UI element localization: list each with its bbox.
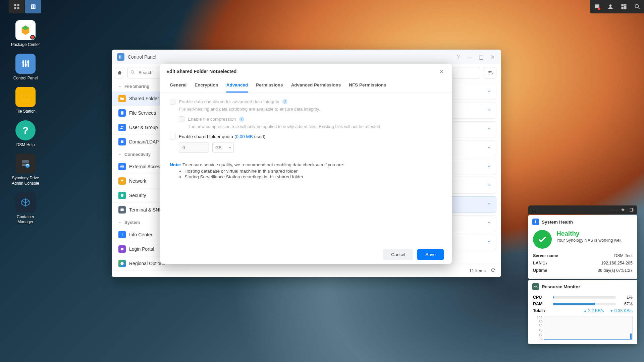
chart-y-tick: 40 (539, 328, 542, 332)
chart-y-tick: 60 (539, 324, 542, 328)
container-icon (20, 197, 31, 207)
chevron-down-icon (487, 201, 491, 207)
cancel-button[interactable]: Cancel (383, 249, 413, 260)
widgets-button[interactable] (617, 0, 631, 13)
dialog-tab-permissions[interactable]: Permissions (256, 79, 283, 93)
sidebar-section-label: Connectivity (124, 152, 151, 157)
search-icon (634, 3, 641, 10)
checksum-label: Enable data checksum for advanced data i… (179, 99, 279, 104)
dialog-tab-advanced[interactable]: Advanced (226, 79, 248, 93)
save-button[interactable]: Save (417, 249, 444, 260)
widgets-pin-button[interactable] (619, 206, 627, 214)
chevron-down-icon: ▾ (229, 146, 231, 149)
notifications-button[interactable] (590, 0, 604, 13)
cpu-label: CPU (533, 295, 550, 300)
ram-label: RAM (533, 302, 550, 306)
pin-icon (621, 207, 625, 212)
quota-used-suffix: used) (253, 134, 266, 139)
svg-rect-23 (119, 55, 120, 58)
widgets-minimize-button[interactable]: — (610, 206, 618, 214)
resource-mini-chart: 100806040200 (533, 316, 633, 340)
resource-monitor-widget: Resource Monitor CPU 1% RAM 67% Total ▾ … (528, 280, 637, 344)
desktop-icon-control-panel[interactable]: Control Panel (9, 54, 42, 81)
dialog-tab-advanced-permissions[interactable]: Advanced Permissions (291, 79, 341, 93)
window-titlebar[interactable]: Control Panel ? — ▢ ✕ (112, 50, 501, 64)
svg-line-13 (638, 8, 640, 9)
chart-y-tick: 100 (537, 316, 542, 320)
health-kv-row[interactable]: LAN 1▾192.168.254.205 (533, 259, 633, 267)
desktop-icon-file-station[interactable]: File Station (9, 87, 42, 114)
window-maximize-button[interactable]: ▢ (476, 52, 486, 62)
svg-rect-3 (17, 7, 19, 9)
desktop-icon-label: File Station (9, 109, 42, 114)
ram-value: 67% (619, 302, 633, 306)
show-desktop-button[interactable] (9, 0, 24, 13)
ram-row: RAM 67% (533, 301, 633, 307)
dialog-tab-nfs-permissions[interactable]: NFS Permissions (349, 79, 386, 93)
quota-checkbox[interactable] (170, 134, 175, 139)
window-help-button[interactable]: ? (453, 52, 463, 62)
edit-shared-folder-dialog: Edit Shared Folder NotSelected ✕ General… (160, 64, 452, 264)
network-row[interactable]: Total ▾ ▲ 2.2 KB/s ▼ 0.38 KB/s (533, 307, 633, 314)
sidebar-item-label: Network (129, 178, 146, 184)
kv-value: 36 day(s) 07:51:27 (598, 268, 633, 273)
widgets-add-button[interactable]: + (530, 206, 538, 214)
cpu-bar (553, 296, 616, 299)
user-menu-button[interactable] (604, 0, 617, 13)
desktop-icon-label: DSM Help (9, 142, 42, 148)
sidebar-item-label: External Access (129, 164, 163, 169)
search-button[interactable] (631, 0, 644, 13)
widgets-dock-button[interactable] (628, 206, 635, 214)
dock-icon (629, 207, 634, 212)
search-icon (130, 70, 136, 76)
sort-button[interactable] (484, 67, 496, 78)
svg-rect-15 (25, 60, 26, 67)
compression-label: Enable file compression (188, 117, 236, 122)
folder-icon (20, 91, 31, 103)
plus-icon: + (533, 207, 535, 213)
dialog-tabs: GeneralEncryptionAdvancedPermissionsAdva… (160, 79, 452, 93)
dialog-body: Enable data checksum for advanced data i… (160, 93, 452, 245)
widgets-titlebar[interactable]: + — (528, 205, 637, 214)
quota-label: Enable shared folder quota (0.00 MB used… (179, 134, 265, 139)
window-minimize-button[interactable]: — (465, 52, 474, 62)
svg-rect-20 (22, 160, 29, 163)
chevron-up-icon (118, 153, 122, 157)
terminal-icon (118, 206, 126, 214)
svg-rect-28 (121, 111, 123, 114)
desktop-icon-label: Synology Drive Admin Console (9, 176, 42, 186)
desktop-icon-container-manager[interactable]: Container Manager (9, 192, 42, 225)
svg-rect-14 (22, 60, 24, 67)
refresh-button[interactable] (490, 267, 496, 274)
dialog-close-button[interactable]: ✕ (437, 67, 446, 76)
domain-icon (118, 138, 126, 145)
sidebar-item-label: Info Center (129, 232, 152, 237)
svg-rect-24 (120, 55, 121, 58)
system-health-widget: i System Health Healthy Your Synology NA… (528, 215, 637, 279)
kv-value: 192.168.254.205 (601, 261, 633, 265)
quota-unit-select[interactable]: GB ▾ (212, 142, 234, 153)
help-icon: ? (457, 54, 460, 60)
desktop-icons: Package Center Control Panel File Statio… (9, 20, 42, 231)
chevron-up-icon (118, 84, 122, 88)
file-services-icon (118, 109, 126, 117)
desktop-icon-package-center[interactable]: Package Center (9, 20, 42, 48)
dialog-tab-encryption[interactable]: Encryption (195, 79, 218, 93)
svg-rect-11 (622, 7, 624, 9)
quota-unit-value: GB (215, 145, 222, 150)
sidebar-home-button[interactable] (115, 67, 124, 78)
content-footer: 11 items (188, 264, 501, 277)
svg-rect-5 (32, 5, 33, 8)
desktop-icon-synology-drive[interactable]: Synology Drive Admin Console (9, 154, 42, 186)
dialog-tab-general[interactable]: General (170, 79, 186, 93)
info-icon[interactable]: i (282, 99, 287, 104)
window-close-button[interactable]: ✕ (488, 52, 497, 62)
chart-y-tick: 0 (540, 337, 542, 340)
close-icon: ✕ (439, 68, 444, 75)
taskbar-left (9, 0, 42, 13)
taskbar-app-control-panel[interactable] (25, 0, 41, 13)
sidebar-item-label: User & Group (129, 125, 158, 130)
chevron-down-icon (487, 126, 491, 132)
info-icon[interactable]: i (239, 117, 244, 122)
desktop-icon-dsm-help[interactable]: ? DSM Help (9, 120, 42, 148)
